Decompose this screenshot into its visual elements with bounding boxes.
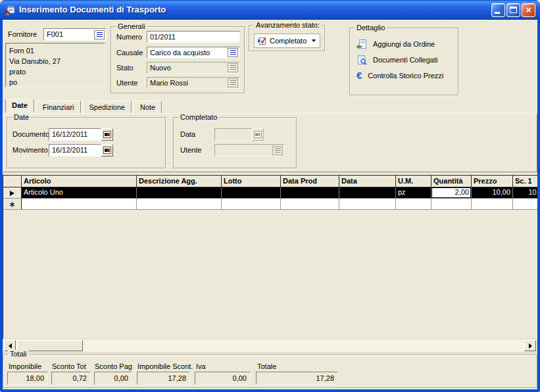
calendar-icon bbox=[103, 131, 111, 138]
document-search-icon bbox=[356, 55, 367, 65]
grid-cell[interactable] bbox=[137, 187, 222, 199]
close-button[interactable]: × bbox=[522, 3, 535, 17]
movimento-date-field[interactable]: 16/12/2011 bbox=[49, 144, 101, 157]
stato-value: Nuovo bbox=[150, 64, 171, 72]
dropdown-arrow-icon bbox=[312, 39, 316, 42]
titlebar[interactable]: Inserimento Documenti di Trasporto × bbox=[0, 0, 540, 20]
calendar-icon bbox=[103, 147, 111, 154]
utente-value: Mario Rossi bbox=[150, 79, 188, 87]
total-value-box: 0,00 bbox=[195, 372, 251, 385]
euro-icon: € bbox=[356, 70, 362, 81]
maximize-button[interactable] bbox=[506, 3, 520, 17]
grid-cell[interactable] bbox=[472, 199, 513, 210]
grid-header-cell[interactable]: Articolo bbox=[22, 176, 137, 187]
grid-cell[interactable] bbox=[137, 199, 222, 210]
causale-lookup-button[interactable] bbox=[228, 48, 238, 57]
scroll-right-icon bbox=[529, 343, 532, 349]
documento-date-field[interactable]: 16/12/2011 bbox=[49, 128, 101, 141]
grid-header-cell[interactable]: Quantità bbox=[431, 176, 472, 187]
total-value-box: 17,28 bbox=[256, 372, 338, 385]
grid-cell[interactable]: Articolo Uno bbox=[22, 187, 137, 199]
grid-header-cell[interactable]: Prezzo bbox=[472, 176, 513, 187]
supplier-lookup-button[interactable] bbox=[94, 30, 105, 39]
grid-cell[interactable]: 10,00 bbox=[513, 187, 537, 199]
grid: Articolo Descrizione Agg. Lotto Data Pro… bbox=[3, 175, 537, 339]
total-value-box: 0,72 bbox=[51, 372, 91, 385]
supplier-label: Fornitore bbox=[8, 30, 37, 38]
address-line: prato bbox=[9, 66, 101, 77]
address-line: Via Danubio, 27 bbox=[9, 56, 101, 66]
total-value-box: 18,00 bbox=[7, 372, 48, 385]
grid-cell[interactable] bbox=[281, 187, 339, 199]
grid-header-cell[interactable]: Lotto bbox=[222, 176, 281, 187]
status-button-label: Completato bbox=[270, 37, 307, 45]
minimize-button[interactable] bbox=[491, 3, 505, 17]
causale-label: Causale bbox=[116, 49, 143, 57]
movimento-calendar-button[interactable] bbox=[101, 144, 113, 157]
tab-note[interactable]: Note bbox=[134, 101, 162, 113]
tab-date[interactable]: Date bbox=[5, 99, 34, 113]
address-line: po bbox=[9, 77, 101, 87]
movimento-date-value: 16/12/2011 bbox=[52, 146, 87, 154]
total-label: Iva bbox=[196, 362, 206, 370]
status-button[interactable]: Completato bbox=[254, 34, 320, 48]
lines-icon bbox=[97, 32, 103, 38]
utente-field: Mario Rossi bbox=[147, 77, 240, 89]
row-selector-header bbox=[3, 176, 22, 187]
grid-header-cell[interactable]: Data bbox=[339, 176, 396, 187]
maximize-icon bbox=[510, 7, 517, 13]
grid-header-cell[interactable]: U.M. bbox=[396, 176, 431, 187]
total-label: Totale bbox=[257, 362, 276, 370]
numero-label: Numero bbox=[116, 33, 142, 41]
grid-cell[interactable] bbox=[222, 199, 281, 210]
close-icon: × bbox=[522, 4, 535, 16]
scroll-right-button[interactable] bbox=[524, 340, 536, 351]
causale-field[interactable]: Carico da acquisto bbox=[147, 47, 240, 59]
grid-header-cell[interactable]: Data Prod bbox=[281, 176, 339, 187]
grid-cell[interactable]: pz bbox=[396, 187, 431, 199]
grid-cell[interactable] bbox=[339, 199, 396, 210]
calendar-icon bbox=[254, 131, 262, 138]
grid-cell[interactable] bbox=[281, 199, 339, 210]
documento-label: Documento bbox=[12, 130, 49, 138]
grid-cell[interactable]: 10,00 bbox=[472, 187, 513, 199]
grid-cell[interactable] bbox=[396, 199, 431, 210]
total-label: Imponibile Scont. bbox=[137, 362, 193, 370]
tab-finanziari[interactable]: Finanziari bbox=[36, 101, 81, 113]
grid-cell[interactable] bbox=[339, 187, 396, 199]
action-aggiungi-da-ordine[interactable]: Aggiungi da Ordine bbox=[356, 37, 435, 51]
grid-header-cell[interactable]: Descrizione Agg. bbox=[137, 176, 222, 187]
window: Inserimento Documenti di Trasporto × For… bbox=[0, 0, 540, 392]
h-scrollbar[interactable] bbox=[3, 339, 537, 353]
completato-utente-field bbox=[214, 144, 285, 157]
numero-field[interactable]: 01/2011 bbox=[147, 31, 240, 43]
supplier-combo[interactable]: F001 bbox=[43, 28, 107, 41]
total-label: Sconto Pag bbox=[95, 362, 132, 370]
group-legend: Dettaglio bbox=[355, 24, 387, 32]
tab-spedizione[interactable]: Spedizione bbox=[83, 101, 132, 113]
scroll-left-icon bbox=[9, 343, 12, 349]
action-controlla-storico-prezzi[interactable]: € Controlla Storico Prezzi bbox=[356, 69, 443, 82]
utente-lookup-button bbox=[228, 78, 238, 87]
row-selector-cell[interactable]: ∗ bbox=[3, 199, 22, 210]
grid-cell[interactable] bbox=[222, 187, 281, 199]
group-legend: Totali bbox=[8, 350, 29, 358]
grid-row: Articolo Uno pz 2,00 10,00 10,00 bbox=[3, 187, 537, 199]
tab-label: Date bbox=[12, 101, 28, 109]
new-row-asterisk-icon: ∗ bbox=[9, 201, 16, 208]
row-selector-cell[interactable] bbox=[3, 187, 22, 199]
completato-data-field bbox=[214, 128, 252, 141]
grid-cell[interactable] bbox=[431, 199, 472, 210]
app-icon bbox=[5, 5, 16, 16]
grid-active-cell[interactable]: 2,00 bbox=[431, 187, 472, 199]
grid-header-cell[interactable]: Sc. 1 bbox=[513, 176, 537, 187]
lines-icon bbox=[230, 65, 236, 71]
grid-new-row: ∗ bbox=[3, 199, 537, 210]
grid-cell[interactable] bbox=[513, 199, 537, 210]
documento-calendar-button[interactable] bbox=[101, 128, 113, 141]
total-label: Sconto Tot bbox=[52, 362, 86, 370]
grid-cell[interactable] bbox=[22, 199, 137, 210]
action-documenti-collegati[interactable]: Documenti Collegati bbox=[356, 53, 437, 66]
tab-label: Spedizione bbox=[89, 103, 125, 111]
numero-value: 01/2011 bbox=[150, 33, 176, 41]
